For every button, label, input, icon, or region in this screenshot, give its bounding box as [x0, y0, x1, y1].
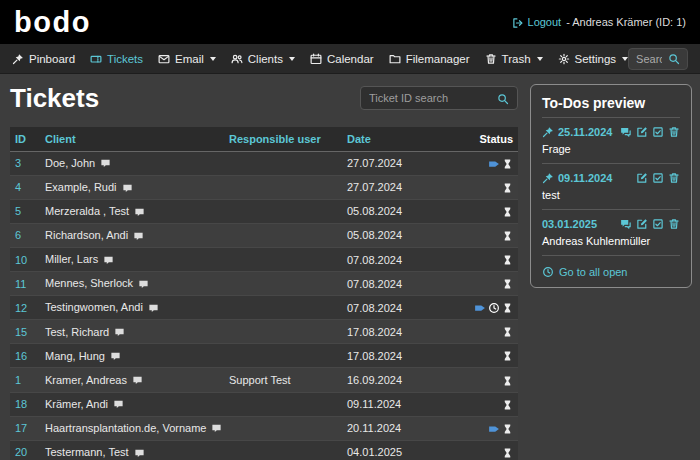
ticket-id[interactable]: 10: [10, 247, 40, 271]
gear-icon: [558, 52, 570, 65]
ticket-id[interactable]: 3: [10, 151, 40, 175]
responsible-user: [224, 175, 342, 199]
hourglass-icon: [502, 157, 513, 169]
ticket-id[interactable]: 1: [10, 368, 40, 392]
ticket-id[interactable]: 20: [10, 440, 40, 460]
comments-icon[interactable]: [620, 217, 632, 230]
table-row[interactable]: 18Krämer, Andi09.11.2024: [10, 392, 518, 416]
col-header-id[interactable]: ID: [10, 127, 40, 152]
bubble-icon[interactable]: [138, 277, 149, 289]
bubble-icon[interactable]: [114, 326, 125, 338]
ticket-id[interactable]: 12: [10, 296, 40, 320]
responsible-user: [224, 320, 342, 344]
logout-link[interactable]: Logout: [512, 15, 562, 28]
trash-icon[interactable]: [668, 217, 680, 230]
bubble-icon[interactable]: [134, 446, 145, 458]
table-row[interactable]: 5Merzeralda , Test05.08.2024: [10, 199, 518, 223]
ticket-id[interactable]: 11: [10, 272, 40, 296]
nav-search[interactable]: [628, 48, 688, 70]
ticket-id-search[interactable]: [360, 86, 518, 110]
table-row[interactable]: 17Haartransplantation.de, Vorname20.11.2…: [10, 416, 518, 440]
bubble-icon[interactable]: [110, 350, 121, 362]
table-row[interactable]: 10Miller, Lars07.08.2024: [10, 247, 518, 271]
ticket-id-search-input[interactable]: [369, 92, 491, 104]
status-cell: [454, 344, 518, 368]
client-cell: Mang, Hung: [40, 344, 224, 368]
client-cell: Testermann, Test: [40, 440, 224, 460]
go-to-all-open-label: Go to all open: [559, 266, 628, 278]
clock-icon: [542, 265, 554, 278]
table-row[interactable]: 16Mang, Hung17.08.2024: [10, 344, 518, 368]
client-name: Test, Richard: [45, 326, 109, 338]
col-header-client[interactable]: Client: [40, 127, 224, 152]
client-name: Kramer, Andreas: [45, 374, 127, 386]
client-cell: Haartransplantation.de, Vorname: [40, 416, 224, 440]
check-icon[interactable]: [652, 125, 664, 138]
col-header-responsible[interactable]: Responsible user: [224, 127, 342, 152]
nav-item-label: Trash: [502, 53, 531, 65]
clock-icon: [488, 301, 500, 313]
client-cell: Mennes, Sherlock: [40, 272, 224, 296]
table-row[interactable]: 12Testingwomen, Andi07.08.2024: [10, 296, 518, 320]
bubble-icon[interactable]: [148, 301, 159, 313]
todos-panel: To-Dos preview 25.11.2024Frage09.11.2024…: [530, 84, 692, 288]
table-row[interactable]: 6Richardson, Andi05.08.2024: [10, 223, 518, 247]
trash-icon[interactable]: [668, 171, 680, 184]
ticket-id[interactable]: 16: [10, 344, 40, 368]
trash-icon[interactable]: [668, 125, 680, 138]
bubble-icon[interactable]: [103, 253, 114, 265]
nav-item-trash[interactable]: Trash: [485, 52, 543, 65]
hourglass-icon: [502, 229, 513, 241]
bubble-icon[interactable]: [133, 229, 144, 241]
app-logo: bodo: [14, 8, 91, 37]
status-cell: [454, 272, 518, 296]
nav-item-pinboard[interactable]: Pinboard: [12, 52, 75, 65]
ticket-id[interactable]: 17: [10, 416, 40, 440]
nav-item-tickets[interactable]: Tickets: [90, 52, 143, 65]
table-row[interactable]: 4Example, Rudi27.07.2024: [10, 175, 518, 199]
bubble-icon[interactable]: [132, 374, 143, 386]
client-name: Doe, John: [45, 157, 95, 169]
go-to-all-open-link[interactable]: Go to all open: [542, 265, 628, 278]
nav-item-calendar[interactable]: Calendar: [310, 52, 374, 65]
edit-icon[interactable]: [636, 217, 648, 230]
client-cell: Example, Rudi: [40, 175, 224, 199]
bubble-icon[interactable]: [211, 422, 222, 434]
nav-item-email[interactable]: Email: [158, 52, 216, 65]
nav-item-filemanager[interactable]: Filemanager: [389, 52, 470, 65]
ticket-id[interactable]: 4: [10, 175, 40, 199]
ticket-id[interactable]: 18: [10, 392, 40, 416]
sidebar: To-Dos preview 25.11.2024Frage09.11.2024…: [530, 84, 692, 288]
check-icon[interactable]: [652, 217, 664, 230]
ticket-date: 05.08.2024: [342, 223, 454, 247]
bubble-icon[interactable]: [113, 398, 124, 410]
table-row[interactable]: 15Test, Richard17.08.2024: [10, 320, 518, 344]
col-header-date[interactable]: Date: [342, 127, 454, 152]
comments-icon[interactable]: [620, 125, 632, 138]
status-cell: [454, 151, 518, 175]
edit-icon[interactable]: [636, 125, 648, 138]
nav-item-clients[interactable]: Clients: [231, 52, 295, 65]
ticket-date: 17.08.2024: [342, 320, 454, 344]
ticket-id[interactable]: 5: [10, 199, 40, 223]
status-cell: [454, 416, 518, 440]
search-icon[interactable]: [668, 50, 680, 68]
bubble-icon[interactable]: [122, 181, 133, 193]
nav-item-settings[interactable]: Settings: [558, 52, 629, 65]
table-row[interactable]: 1Kramer, AndreasSupport Test16.09.2024: [10, 368, 518, 392]
search-input[interactable]: [636, 53, 662, 65]
check-icon[interactable]: [652, 171, 664, 184]
bubble-icon[interactable]: [100, 157, 111, 169]
ticket-id[interactable]: 6: [10, 223, 40, 247]
client-name: Krämer, Andi: [45, 398, 108, 410]
search-icon[interactable]: [497, 89, 509, 107]
hourglass-icon: [502, 301, 513, 313]
nav-item-label: Settings: [575, 53, 617, 65]
table-row[interactable]: 11Mennes, Sherlock07.08.2024: [10, 272, 518, 296]
ticket-id[interactable]: 15: [10, 320, 40, 344]
table-row[interactable]: 20Testermann, Test04.01.2025: [10, 440, 518, 460]
ticket-date: 27.07.2024: [342, 175, 454, 199]
table-row[interactable]: 3Doe, John27.07.2024: [10, 151, 518, 175]
edit-icon[interactable]: [636, 171, 648, 184]
bubble-icon[interactable]: [134, 205, 145, 217]
